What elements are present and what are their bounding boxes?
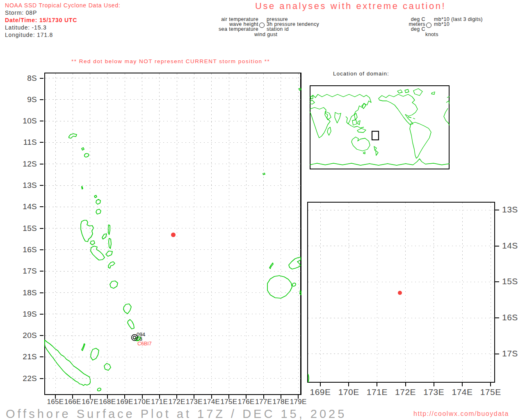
y-tick-label: 22S (13, 374, 37, 383)
legend-degc-2: deg C (361, 26, 425, 32)
world-inset-map (310, 85, 450, 169)
world-coastlines-svg (310, 85, 450, 169)
y-tick-label: 8S (13, 74, 37, 83)
gridline-horizontal (308, 282, 494, 282)
x-tick-label: 172E (393, 387, 419, 397)
y-tick-label: 14S (502, 241, 525, 251)
y-tick-label: 15S (13, 224, 37, 233)
gridline-horizontal (45, 207, 301, 207)
y-tick-label: 19S (13, 310, 37, 319)
x-tick-mark (462, 383, 463, 386)
gridline-horizontal (308, 354, 494, 354)
legend-mb10: mb*10 (434, 21, 450, 27)
y-tick-mark (40, 164, 43, 164)
gridline-vertical (177, 73, 177, 394)
y-tick-mark (40, 249, 43, 250)
y-tick-label: 11S (13, 138, 37, 147)
gridline-vertical (194, 73, 194, 394)
gridline-horizontal (45, 228, 301, 228)
source-url: http://coolwx.com/buoydata (413, 410, 509, 418)
noaa-data-line: NOAA SSD Tropical Cyclone Data Used: (5, 2, 121, 9)
storm-position-warning: ** Red dot below may NOT represent CURRE… (71, 58, 270, 64)
gridline-horizontal (45, 249, 301, 250)
y-tick-mark (40, 99, 43, 100)
offshore-surface-plot-page: NOAA SSD Tropical Cyclone Data Used: Sto… (0, 0, 525, 420)
gridline-horizontal (45, 164, 301, 164)
gridline-horizontal (308, 246, 494, 246)
gridline-vertical (349, 203, 349, 382)
y-tick-mark (40, 228, 43, 229)
y-tick-mark (495, 281, 499, 282)
y-tick-label: 17S (502, 349, 525, 358)
y-tick-label: 16S (502, 313, 525, 322)
y-tick-label: 15S (502, 276, 525, 286)
gridline-horizontal (45, 78, 301, 78)
y-tick-label: 14S (13, 202, 37, 211)
gridline-vertical (90, 73, 90, 394)
station-id-value: C6BI7 (137, 341, 152, 347)
plot-title: Offshore Surface Plot at 17Z / DEC 15, 2… (6, 407, 347, 420)
legend-station-id: station id (267, 26, 289, 32)
y-tick-label: 16S (13, 245, 37, 254)
gridline-horizontal (45, 292, 301, 293)
storm-position-dot-main (171, 233, 176, 237)
y-tick-label: 21S (13, 352, 37, 361)
gridline-horizontal (308, 210, 494, 210)
y-tick-mark (40, 121, 43, 121)
y-tick-mark (495, 246, 499, 247)
gridline-vertical (107, 73, 107, 394)
gridline-vertical (211, 73, 212, 394)
gridline-vertical (434, 203, 434, 382)
y-tick-label: 13S (13, 181, 37, 190)
legend-knots: knots (425, 32, 438, 37)
x-tick-label: 174E (449, 387, 475, 397)
gridline-horizontal (45, 336, 301, 336)
y-tick-mark (40, 292, 43, 293)
y-tick-mark (40, 314, 43, 315)
x-tick-label: 175E (477, 387, 504, 397)
x-tick-mark (434, 383, 434, 386)
y-tick-label: 20S (13, 331, 37, 340)
legend-sea-temperature: sea temperature (189, 26, 258, 32)
y-tick-label: 18S (13, 288, 37, 297)
x-tick-label: 170E (336, 387, 362, 397)
x-tick-mark (490, 383, 491, 386)
domain-rectangle (372, 131, 379, 140)
y-tick-mark (40, 356, 43, 357)
storm-line: Storm: 08P (5, 9, 37, 16)
datetime-line: Date/Time: 15/1730 UTC (5, 17, 77, 23)
y-tick-mark (495, 210, 499, 210)
caution-title: Use analyses with extreme caution! (255, 1, 446, 11)
gridline-horizontal (308, 318, 494, 318)
y-tick-mark (40, 335, 43, 336)
storm-position-dot-zoom (398, 291, 402, 295)
x-tick-label: 173E (421, 387, 447, 397)
x-tick-mark (405, 383, 406, 386)
x-tick-label: 179E (285, 398, 311, 406)
gridline-vertical (320, 203, 321, 382)
gridline-vertical (491, 203, 491, 382)
gridline-vertical (405, 203, 406, 382)
y-tick-label: 12S (13, 160, 37, 169)
gridline-vertical (377, 203, 377, 382)
station-circle-icon (259, 23, 265, 28)
gridline-horizontal (45, 314, 301, 314)
gridline-vertical (125, 73, 125, 394)
gridline-horizontal (45, 357, 301, 357)
gridline-horizontal (45, 99, 301, 100)
gridline-vertical (263, 73, 264, 394)
gridline-horizontal (45, 142, 301, 143)
station-circle-icon (426, 23, 431, 28)
gridline-vertical (246, 73, 247, 394)
inset-title: Location of domain: (333, 71, 389, 77)
x-tick-mark (320, 383, 321, 386)
y-tick-mark (40, 378, 43, 379)
legend-wind-gust: wind gust (254, 32, 277, 37)
y-tick-mark (40, 271, 43, 272)
gridline-horizontal (45, 185, 301, 186)
y-tick-mark (495, 354, 499, 354)
y-tick-mark (40, 78, 43, 79)
longitude-line: Longitude: 171.8 (5, 32, 53, 38)
latitude-line: Latitude: -15.3 (5, 24, 47, 31)
world-coastlines (310, 89, 450, 165)
